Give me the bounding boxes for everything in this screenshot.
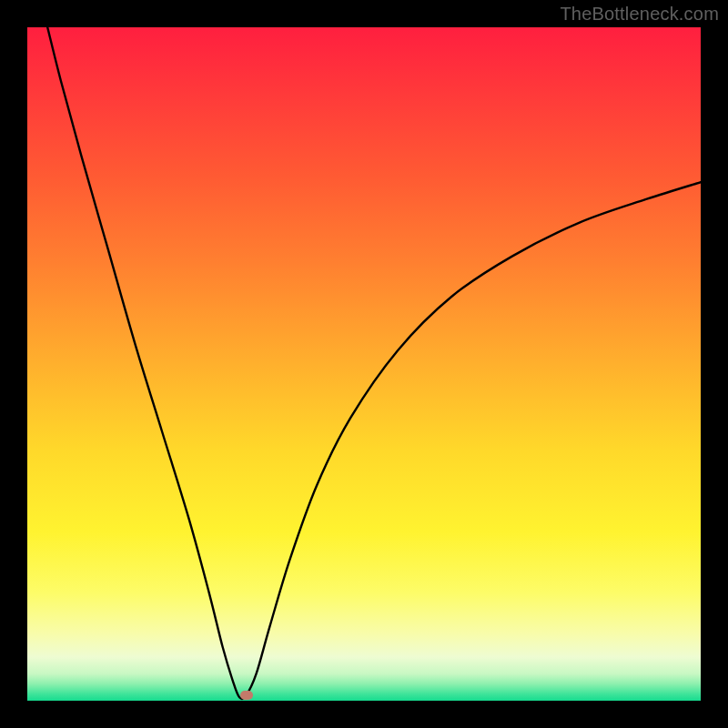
bottleneck-curve [27,27,701,701]
watermark-label: TheBottleneck.com [560,4,719,25]
plot-area [27,27,701,701]
optimal-point-marker [240,691,253,700]
chart-frame: TheBottleneck.com [0,0,728,728]
